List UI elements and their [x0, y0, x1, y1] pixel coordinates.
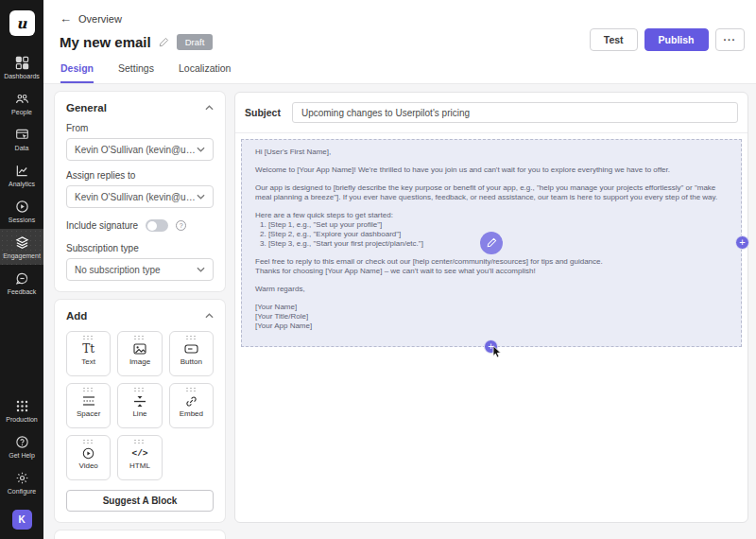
block-tile-html[interactable]: </> HTML: [117, 435, 162, 480]
from-label: From: [66, 123, 214, 133]
block-tile-embed[interactable]: Embed: [169, 383, 214, 428]
body-paragraph: Thanks for choosing [Your App Name] – we…: [255, 267, 728, 276]
add-block-below-button[interactable]: +: [484, 339, 498, 354]
sidebar-item-engagement[interactable]: Engagement: [0, 229, 43, 265]
subscription-type-label: Subscription type: [66, 243, 214, 253]
add-section-header[interactable]: Add: [66, 310, 214, 322]
sidebar-item-data[interactable]: Data: [0, 121, 43, 157]
general-section-header[interactable]: General: [66, 102, 214, 113]
userpilot-logo[interactable]: u: [9, 10, 35, 36]
people-icon: [15, 92, 29, 106]
add-block-right-button[interactable]: +: [735, 235, 749, 250]
edit-title-pencil-icon[interactable]: [159, 37, 169, 47]
signature-row: Include signature ?: [66, 219, 214, 232]
app-window: u Dashboards People Data Analytics Sessi…: [0, 0, 756, 539]
block-label: Text: [81, 357, 95, 366]
more-options-button[interactable]: ···: [715, 28, 746, 51]
include-signature-toggle[interactable]: [146, 219, 168, 232]
assign-replies-value: Kevin O'Sullivan (kevin@userpilot....: [75, 192, 197, 202]
drag-handle-icon: [133, 335, 146, 339]
settings-panel: General From Kevin O'Sullivan (kevin@use…: [55, 92, 225, 539]
body-paragraph: Warm regards,: [255, 285, 728, 294]
blocks-grid: Tt Text Image Button: [66, 331, 214, 480]
sidebar-item-feedback[interactable]: Feedback: [0, 265, 43, 301]
back-link[interactable]: ← Overview: [60, 12, 122, 25]
drag-handle-icon: [82, 387, 94, 391]
video-block-icon: [82, 445, 94, 461]
sidebar-spacer: [0, 301, 43, 392]
feedback-icon: [15, 271, 29, 286]
sidebar-item-label: Get Help: [9, 452, 35, 459]
from-select[interactable]: Kevin O'Sullivan (kevin@userpilot....: [66, 138, 214, 161]
body-line: Here are a few quick steps to get starte…: [255, 211, 728, 220]
block-tile-image[interactable]: Image: [117, 331, 162, 376]
publish-button[interactable]: Publish: [644, 28, 709, 51]
suggest-a-block-button[interactable]: Suggest A Block: [66, 490, 214, 512]
engagement-icon: [15, 235, 29, 250]
text-block-icon: Tt: [82, 341, 94, 356]
get-help-icon: [15, 435, 29, 449]
assign-replies-label: Assign replies to: [66, 170, 214, 181]
editor-tabs: Design Settings Localization: [60, 62, 745, 83]
status-badge: Draft: [177, 34, 214, 50]
subscription-type-value: No subscription type: [75, 265, 161, 275]
sidebar-item-label: Dashboards: [4, 73, 40, 79]
email-canvas: Subject Hi [User's First Name], Welcome …: [234, 92, 748, 523]
production-icon: [15, 399, 29, 413]
assign-replies-select[interactable]: Kevin O'Sullivan (kevin@userpilot....: [66, 185, 214, 208]
tab-design[interactable]: Design: [60, 62, 94, 83]
subscription-type-select[interactable]: No subscription type: [66, 258, 214, 281]
chevron-down-icon: [197, 147, 205, 152]
data-icon: [15, 128, 29, 142]
block-tile-text[interactable]: Tt Text: [66, 331, 111, 376]
block-label: Line: [132, 409, 146, 418]
sidebar-item-configure[interactable]: Configure: [0, 464, 43, 500]
drag-handle-icon: [185, 387, 198, 391]
block-tile-spacer[interactable]: Spacer: [66, 383, 111, 428]
general-card: General From Kevin O'Sullivan (kevin@use…: [55, 92, 225, 291]
add-title: Add: [66, 310, 87, 322]
sidebar-item-dashboards[interactable]: Dashboards: [0, 49, 43, 85]
user-avatar[interactable]: K: [12, 510, 32, 530]
block-tile-button[interactable]: Button: [169, 331, 214, 376]
sidebar-item-production[interactable]: Production: [0, 392, 43, 428]
tab-settings[interactable]: Settings: [118, 62, 154, 83]
sidebar-item-label: People: [11, 109, 32, 115]
content-area: General From Kevin O'Sullivan (kevin@use…: [43, 84, 756, 539]
subject-input[interactable]: [292, 102, 738, 123]
top-actions: Test Publish ···: [590, 28, 745, 51]
sidebar-item-label: Engagement: [3, 252, 41, 259]
subject-label: Subject: [245, 107, 281, 118]
chevron-down-icon: [197, 267, 205, 272]
signature-help-icon[interactable]: ?: [176, 220, 186, 231]
block-tile-video[interactable]: Video: [66, 435, 111, 480]
pencil-icon: [487, 235, 497, 252]
block-tile-line[interactable]: Line: [117, 383, 162, 428]
top-bar: ← Overview My new email Draft Test Publi…: [43, 0, 756, 84]
analytics-icon: [15, 164, 29, 178]
block-label: Video: [79, 461, 98, 470]
body-paragraph: Welcome to [Your App Name]! We're thrill…: [255, 165, 728, 175]
subject-row: Subject: [235, 93, 747, 133]
edit-block-button[interactable]: [480, 232, 503, 254]
sidebar-item-people[interactable]: People: [0, 85, 43, 121]
block-label: Image: [129, 357, 150, 366]
back-arrow-icon: ←: [60, 12, 72, 25]
sidebar-item-sessions[interactable]: Sessions: [0, 193, 43, 229]
line-block-icon: [133, 393, 146, 409]
include-signature-label: Include signature: [66, 220, 138, 231]
tab-localization[interactable]: Localization: [179, 62, 231, 83]
sidebar-item-get-help[interactable]: Get Help: [0, 428, 43, 464]
main-area: ← Overview My new email Draft Test Publi…: [43, 0, 756, 539]
sidebar-item-analytics[interactable]: Analytics: [0, 157, 43, 193]
sidebar-item-label: Feedback: [8, 288, 37, 295]
sidebar-item-label: Production: [6, 416, 37, 423]
body-line: Feel free to reply to this email or chec…: [255, 257, 728, 267]
main-sidebar: u Dashboards People Data Analytics Sessi…: [0, 0, 43, 539]
block-label: Spacer: [77, 409, 100, 418]
block-label: HTML: [129, 461, 150, 470]
embed-block-icon: [185, 393, 198, 409]
test-button[interactable]: Test: [590, 28, 638, 51]
from-value: Kevin O'Sullivan (kevin@userpilot....: [75, 145, 197, 155]
button-block-icon: [184, 341, 198, 356]
